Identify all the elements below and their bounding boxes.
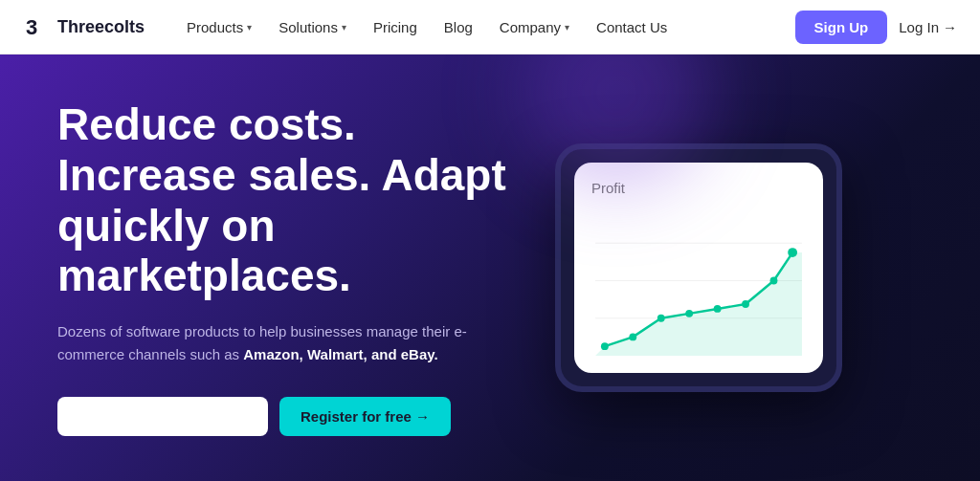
- profit-chart: Profit: [574, 163, 823, 373]
- chart-svg: [591, 206, 806, 356]
- headline-line3: quickly on: [57, 201, 275, 251]
- login-label: Log In: [899, 19, 939, 35]
- nav-item-pricing[interactable]: Pricing: [362, 13, 429, 41]
- hero-section: Reduce costs. Increase sales. Adapt quic…: [0, 55, 980, 481]
- nav-solutions-label: Solutions: [278, 19, 338, 35]
- hero-subtext: Dozens of software products to help busi…: [57, 320, 469, 366]
- nav-item-blog[interactable]: Blog: [433, 13, 484, 41]
- nav-links: Products ▾ Solutions ▾ Pricing Blog Comp…: [175, 13, 795, 41]
- nav-products-label: Products: [187, 19, 243, 35]
- nav-item-company[interactable]: Company ▾: [488, 13, 581, 41]
- svg-point-6: [657, 315, 665, 322]
- nav-item-contact[interactable]: Contact Us: [585, 13, 679, 41]
- chevron-down-icon: ▾: [565, 22, 569, 33]
- svg-text:3: 3: [26, 15, 37, 39]
- svg-point-5: [629, 333, 636, 340]
- chevron-down-icon: ▾: [342, 22, 346, 33]
- nav-contact-label: Contact Us: [596, 19, 667, 35]
- svg-point-11: [788, 248, 797, 257]
- login-button[interactable]: Log In →: [899, 19, 957, 35]
- logo-icon: 3: [23, 13, 50, 40]
- nav-item-products[interactable]: Products ▾: [175, 13, 263, 41]
- nav-blog-label: Blog: [444, 19, 473, 35]
- headline-line1: Reduce costs.: [57, 99, 356, 149]
- hero-cta: Register for free →: [57, 397, 555, 436]
- email-input[interactable]: [57, 397, 268, 436]
- svg-point-9: [742, 300, 749, 308]
- svg-point-10: [770, 277, 778, 285]
- nav-item-solutions[interactable]: Solutions ▾: [267, 13, 358, 41]
- svg-point-7: [685, 310, 693, 317]
- profit-chart-container: Profit: [555, 143, 842, 392]
- svg-point-8: [714, 305, 722, 313]
- subtext-bold: Amazon, Walmart, and eBay.: [243, 346, 437, 362]
- hero-content: Reduce costs. Increase sales. Adapt quic…: [57, 99, 555, 437]
- svg-point-4: [601, 342, 609, 350]
- chart-title: Profit: [591, 180, 806, 196]
- headline-line2: Increase sales. Adapt: [57, 150, 506, 200]
- nav-pricing-label: Pricing: [373, 19, 417, 35]
- hero-headline: Reduce costs. Increase sales. Adapt quic…: [57, 99, 555, 302]
- logo[interactable]: 3 Threecolts: [23, 13, 145, 40]
- hero-visual: Profit: [555, 143, 842, 392]
- navbar: 3 Threecolts Products ▾ Solutions ▾ Pric…: [0, 0, 980, 55]
- nav-actions: Sign Up Log In →: [795, 11, 957, 44]
- arrow-icon: →: [943, 19, 957, 35]
- brand-name: Threecolts: [57, 17, 145, 37]
- register-button[interactable]: Register for free →: [279, 397, 451, 436]
- nav-company-label: Company: [500, 19, 561, 35]
- signup-button[interactable]: Sign Up: [795, 11, 888, 44]
- chevron-down-icon: ▾: [247, 22, 252, 33]
- headline-line4: marketplaces.: [57, 251, 351, 300]
